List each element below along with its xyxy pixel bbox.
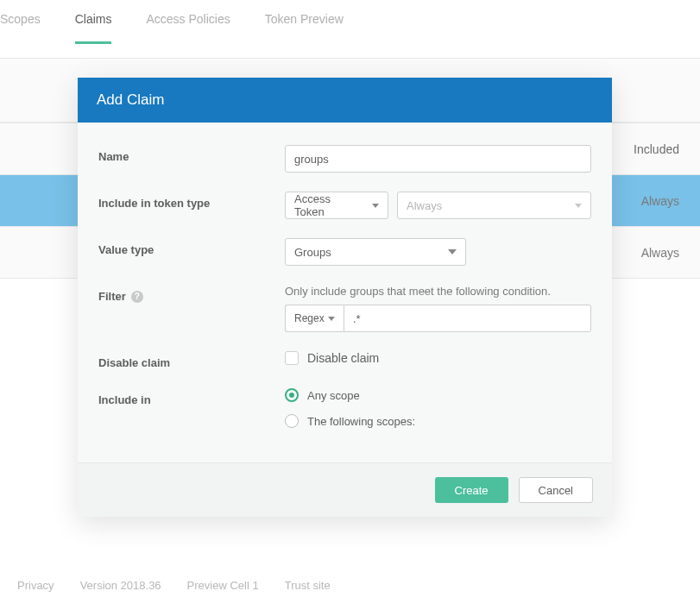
chevron-down-icon bbox=[372, 204, 379, 208]
help-icon[interactable]: ? bbox=[131, 291, 143, 303]
row-included-value: Always bbox=[641, 194, 679, 208]
token-type-value: Access Token bbox=[294, 192, 362, 218]
token-when-value: Always bbox=[407, 199, 442, 212]
tab-access-policies[interactable]: Access Policies bbox=[146, 12, 230, 41]
value-type-label: Value type bbox=[98, 238, 285, 256]
row-included-value: Always bbox=[641, 246, 679, 260]
value-type-select[interactable]: Groups bbox=[285, 238, 466, 266]
disable-claim-checkbox-label: Disable claim bbox=[307, 351, 379, 365]
include-in-label: Include in bbox=[98, 388, 285, 406]
chevron-down-icon bbox=[575, 204, 582, 208]
include-token-label: Include in token type bbox=[98, 192, 285, 210]
create-button[interactable]: Create bbox=[435, 477, 508, 503]
disable-claim-label: Disable claim bbox=[98, 351, 285, 369]
add-claim-dialog: Add Claim Name Include in token type Acc… bbox=[78, 78, 612, 517]
top-tabs: Scopes Claims Access Policies Token Prev… bbox=[0, 0, 700, 59]
footer-privacy[interactable]: Privacy bbox=[17, 579, 54, 592]
filter-label-text: Filter bbox=[98, 290, 126, 303]
col-included: Included bbox=[634, 142, 679, 156]
page-footer: Privacy Version 2018.36 Preview Cell 1 T… bbox=[17, 579, 331, 592]
tab-token-preview[interactable]: Token Preview bbox=[265, 12, 344, 41]
value-type-value: Groups bbox=[294, 246, 331, 259]
disable-claim-checkbox[interactable] bbox=[285, 351, 299, 365]
name-input[interactable] bbox=[285, 145, 591, 173]
radio-following-scopes-label: The following scopes: bbox=[307, 415, 415, 428]
radio-any-scope-label: Any scope bbox=[307, 389, 360, 402]
token-when-select[interactable]: Always bbox=[397, 192, 591, 219]
name-label: Name bbox=[98, 145, 285, 163]
filter-hint: Only include groups that meet the follow… bbox=[285, 285, 591, 298]
dialog-title: Add Claim bbox=[78, 78, 612, 123]
radio-any-scope[interactable] bbox=[285, 388, 299, 402]
filter-pattern-input[interactable] bbox=[344, 305, 591, 332]
token-type-select[interactable]: Access Token bbox=[285, 192, 388, 219]
radio-following-scopes[interactable] bbox=[285, 414, 299, 428]
footer-preview-cell: Preview Cell 1 bbox=[187, 579, 259, 592]
footer-trust[interactable]: Trust site bbox=[285, 579, 331, 592]
tab-claims[interactable]: Claims bbox=[75, 12, 112, 44]
tab-scopes[interactable]: Scopes bbox=[0, 12, 41, 41]
chevron-down-icon bbox=[328, 317, 335, 321]
chevron-down-icon bbox=[448, 249, 457, 255]
filter-mode-value: Regex bbox=[294, 312, 325, 324]
filter-mode-select[interactable]: Regex bbox=[285, 305, 344, 332]
cancel-button[interactable]: Cancel bbox=[519, 477, 593, 503]
filter-label: Filter ? bbox=[98, 285, 285, 303]
footer-version: Version 2018.36 bbox=[80, 579, 161, 592]
